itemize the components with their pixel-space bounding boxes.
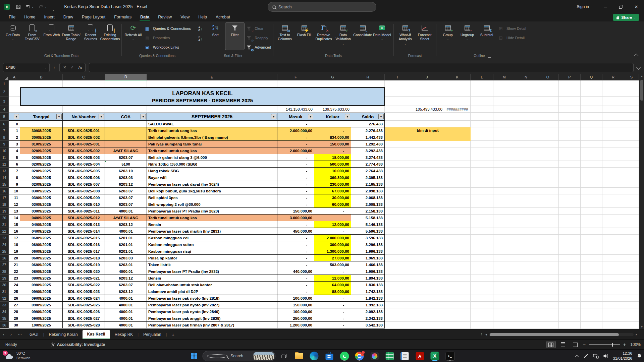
recent-sources-button[interactable]: Recent Sources [81,22,100,50]
row-header-24[interactable]: 24 [0,241,9,248]
cancel-entry-button[interactable]: ✕ [63,65,66,70]
cell-voucher[interactable]: SDL-KK-0925-009 [63,194,105,201]
sheet-nav-right-arrow[interactable]: › [7,332,15,337]
row-header-8[interactable]: 8 [0,134,9,141]
cell-voucher[interactable]: SDL-KK-0925-025 [63,302,105,308]
row-header-7[interactable]: 7 [0,127,9,134]
cell-keluar[interactable]: 1.300.000,00 [314,248,351,255]
row-header-25[interactable]: 25 [0,248,9,255]
cell-keluar[interactable]: 64.000,00 [314,282,351,288]
cell-voucher[interactable]: SDL-KK-0925-013 [63,221,105,228]
cell-coa[interactable]: 6201.01 [105,241,147,248]
cell-saldo[interactable]: 2.098.133 [351,188,385,194]
cell-saldo[interactable]: 1.894.133 [351,275,385,282]
cell-tanggal[interactable]: 06/09/2025 [20,235,63,241]
cell-uraian[interactable]: Pembayaran laser pak dayat (Inv 3024) [147,181,277,188]
column-header-b[interactable]: B [20,74,63,80]
masuk-total-cell[interactable]: 141.158.433,00 [277,106,314,113]
microsoft-store-icon[interactable] [323,350,336,362]
cell-tanggal[interactable]: 02/09/2025 [20,174,63,181]
filter-dropdown-button[interactable]: ▼ [56,114,62,119]
cell-voucher[interactable]: SDL-KK-0925-020 [63,268,105,275]
filter-dropdown-button[interactable]: ▼ [141,114,146,119]
cell-voucher[interactable]: SDL-KK-0925-010 [63,201,105,208]
cell-index[interactable]: 2 [9,134,20,141]
cell-keluar[interactable]: 230.000,00 [314,181,351,188]
tab-data[interactable]: Data [136,14,153,21]
cell-uraian[interactable]: Kasbon mingguan edi [147,235,277,241]
cell-uraian[interactable]: Lalamove ambil plat di DJP [147,288,277,295]
cell-keluar[interactable]: - [314,208,351,215]
scroll-down-arrow[interactable]: ▼ [639,324,644,329]
flash-fill-button[interactable]: ⚡Flash Fill [295,22,314,50]
cell-index[interactable]: 24 [9,282,20,288]
sheet-tab-rekening-koran[interactable]: Rekening Koran [44,330,83,339]
column-header-s[interactable]: S [624,74,639,80]
row-header-12[interactable]: 12 [0,161,9,168]
cell-tanggal[interactable]: 08/09/2025 [20,268,63,275]
cell-keluar[interactable]: 88.000,00 [314,288,351,295]
cell-tanggal[interactable]: 02/09/2025 [20,161,63,168]
cell-masuk[interactable]: - [277,168,314,174]
cell-voucher[interactable]: SDL-KK-0925-028 [63,322,105,328]
cell-masuk[interactable]: - [277,282,314,288]
sort-az-button[interactable]: AZ↓ [195,24,205,33]
cell-tanggal[interactable]: 06/09/2025 [20,241,63,248]
excel-icon[interactable]: X [428,350,442,362]
cell-tanggal[interactable]: 03/09/2025 [20,201,63,208]
tab-formulas[interactable]: Formulas [110,14,136,21]
cell-tanggal[interactable]: 09/09/2025 [20,282,63,288]
cell-coa[interactable]: 6203.07 [105,194,147,201]
cell-uraian[interactable]: Token listrik [147,261,277,268]
cell-voucher[interactable]: SDL-KK-0925-015 [63,235,105,241]
zoom-in-button[interactable]: + [623,342,626,347]
row-header-34[interactable]: 34 [0,308,9,315]
cell-saldo[interactable]: 3.292.433 [351,147,385,154]
cell-coa[interactable] [105,141,147,147]
select-all-corner[interactable] [0,74,9,81]
cell-uraian[interactable]: Tarik tunai untuk uang kas [147,127,277,134]
cell-masuk[interactable]: - [277,235,314,241]
cell-voucher[interactable]: SDL-KK-0925-004 [63,161,105,168]
column-header-g[interactable]: G [314,74,351,80]
cell-uraian[interactable]: Tarik tunai untuk uang kas [147,147,277,154]
queries-connections-button[interactable]: ▦Queries & Connections [143,24,191,33]
cell-tanggal[interactable]: 03/09/2025 [20,208,63,215]
cell-keluar[interactable]: 27.000,00 [314,255,351,261]
cell-uraian[interactable]: SALDO AWAL [147,121,277,127]
cell-index[interactable]: 6 [9,161,20,168]
row-header-27[interactable]: 27 [0,261,9,268]
cell-keluar[interactable]: - [314,268,351,275]
header-keluar[interactable]: Keluar▼ [314,113,351,121]
cell-uraian[interactable]: Beli spidol 3pcs [147,194,277,201]
sheet-tab-penjualan[interactable]: Penjualan [139,330,166,339]
cell-masuk[interactable]: 440.000,00 [277,268,314,275]
column-header-q[interactable]: Q [581,74,602,80]
cell-tanggal[interactable]: 09/09/2025 [20,288,63,295]
horizontal-scroll-thumb[interactable] [490,333,619,336]
cell-keluar[interactable]: - [314,295,351,302]
cell-uraian[interactable]: Nitro 10tbg @50.000 (SBG) [147,161,277,168]
clock[interactable]: 12:36 31/01/2026 [613,351,632,361]
row-header-30[interactable]: 30 [0,282,9,288]
cell-tanggal[interactable]: 06/09/2025 [20,248,63,255]
cell-masuk[interactable]: - [277,188,314,194]
sheet-nav-left-arrow[interactable]: ‹ [0,332,7,337]
cell-uraian[interactable]: Beli plat galvanis 0.8mm,3lbr ( Bang mam… [147,134,277,141]
cell-coa[interactable]: 4000.01 [105,208,147,215]
outline-dialog-launcher[interactable] [488,54,491,58]
cell-index[interactable]: 17 [9,235,20,241]
filter-dropdown-button[interactable]: ▼ [14,114,19,119]
tab-home[interactable]: Home [20,14,39,21]
cell-masuk[interactable]: 1.200.000,00 [277,322,314,328]
cell-masuk[interactable]: 100.000,00 [277,295,314,302]
cell-uraian[interactable]: Pembayaran laser pak nyoto (Inv 2818) [147,295,277,302]
cell-tanggal[interactable]: 09/09/2025 [20,302,63,308]
cell-tanggal[interactable]: 02/09/2025 [20,147,63,154]
from-web-button[interactable]: From Web [42,22,61,50]
row-header-26[interactable]: 26 [0,255,9,261]
cell-masuk[interactable]: - [277,181,314,188]
confirm-entry-button[interactable]: ✓ [70,65,74,70]
cell-voucher[interactable]: SDL-KK-0925-016 [63,241,105,248]
column-header-n[interactable]: N [515,74,537,80]
